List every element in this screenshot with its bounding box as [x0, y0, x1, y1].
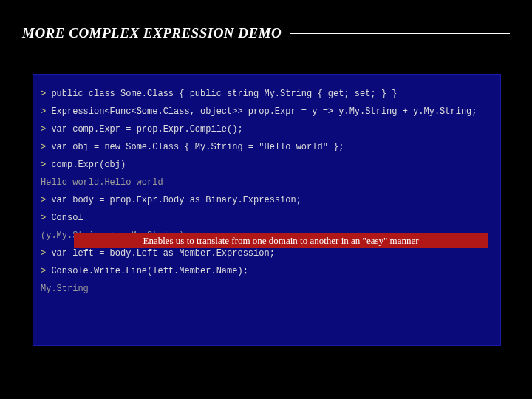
code-text: Expression<Func<Some.Class, object>> pro… — [51, 106, 477, 117]
console-output: Hello world.Hello world — [41, 174, 493, 191]
console-line: > Consol — [41, 209, 493, 227]
console-line: > Console.Write.Line(left.Member.Name); — [41, 262, 493, 280]
console-line: > var body = prop.Expr.Body as Binary.Ex… — [41, 191, 493, 209]
code-text: Consol — [51, 213, 83, 223]
prompt-icon: > — [41, 266, 46, 276]
callout-banner: Enables us to translate from one domain … — [74, 233, 488, 248]
prompt-icon: > — [41, 195, 46, 205]
console-panel: > public class Some.Class { public strin… — [33, 74, 501, 346]
output-text: Hello world.Hello world — [41, 177, 163, 188]
prompt-icon: > — [41, 106, 46, 117]
prompt-icon: > — [41, 89, 46, 99]
code-text: Console.Write.Line(left.Member.Name); — [51, 266, 248, 276]
output-text: My.String — [41, 284, 89, 294]
console-line: > public class Some.Class { public strin… — [41, 85, 493, 103]
slide-title: MORE COMPLEX EXPRESSION DEMO — [22, 25, 290, 41]
code-text: var left = body.Left as Member.Expressio… — [51, 248, 274, 259]
console-line: > var comp.Expr = prop.Expr.Compile(); — [41, 120, 493, 138]
console-output: My.String — [41, 280, 493, 298]
code-text: comp.Expr(obj) — [51, 160, 126, 170]
console-line: > comp.Expr(obj) — [41, 156, 493, 174]
code-text: var comp.Expr = prop.Expr.Compile(); — [51, 124, 242, 134]
title-rule — [290, 33, 510, 34]
prompt-icon: > — [41, 142, 46, 152]
prompt-icon: > — [41, 124, 46, 134]
prompt-icon: > — [41, 160, 46, 170]
title-row: MORE COMPLEX EXPRESSION DEMO — [22, 25, 510, 41]
code-text: var body = prop.Expr.Body as Binary.Expr… — [51, 195, 301, 205]
code-text: public class Some.Class { public string … — [51, 89, 397, 99]
prompt-icon: > — [41, 213, 46, 223]
code-text: var obj = new Some.Class { My.String = "… — [51, 142, 344, 152]
console-line: > Expression<Func<Some.Class, object>> p… — [41, 103, 493, 120]
console-line: > var obj = new Some.Class { My.String =… — [41, 138, 493, 156]
prompt-icon: > — [41, 248, 46, 259]
slide: MORE COMPLEX EXPRESSION DEMO > public cl… — [0, 0, 532, 399]
